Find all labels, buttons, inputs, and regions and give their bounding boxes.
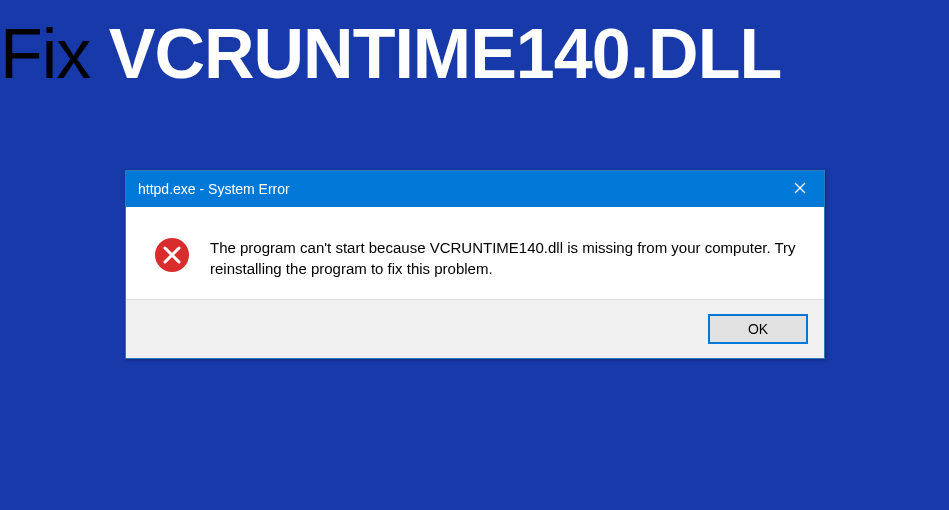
dialog-title: httpd.exe - System Error bbox=[138, 181, 290, 197]
dialog-footer: OK bbox=[126, 299, 824, 358]
close-button[interactable] bbox=[776, 171, 824, 207]
ok-button[interactable]: OK bbox=[708, 314, 808, 344]
dialog-titlebar[interactable]: httpd.exe - System Error bbox=[126, 171, 824, 207]
error-icon bbox=[154, 237, 190, 273]
dialog-body: The program can't start because VCRUNTIM… bbox=[126, 207, 824, 299]
close-icon bbox=[794, 180, 806, 198]
error-dialog: httpd.exe - System Error The program can… bbox=[125, 170, 825, 359]
page-heading: Fix VCRUNTIME140.DLL bbox=[0, 14, 781, 94]
heading-dll: VCRUNTIME140.DLL bbox=[109, 15, 781, 93]
heading-fix: Fix bbox=[0, 15, 109, 93]
error-message: The program can't start because VCRUNTIM… bbox=[210, 235, 804, 279]
